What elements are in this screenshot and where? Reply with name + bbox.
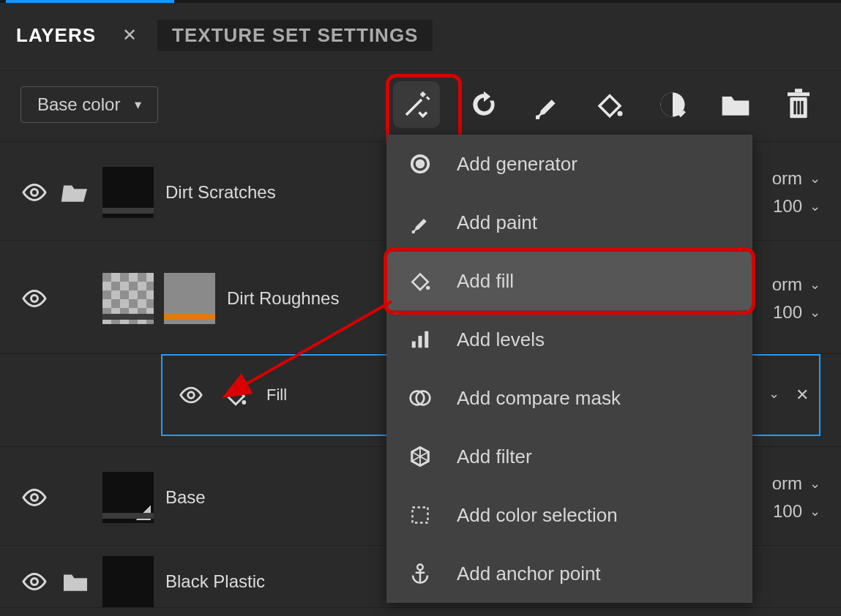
menu-add-color-selection[interactable]: Add color selection bbox=[386, 486, 752, 544]
folder-open-icon[interactable] bbox=[60, 181, 91, 204]
brush-button[interactable] bbox=[528, 86, 566, 124]
menu-add-compare-mask[interactable]: Add compare mask bbox=[386, 369, 752, 427]
wand-icon bbox=[401, 89, 432, 120]
menu-add-levels[interactable]: Add levels bbox=[386, 310, 752, 369]
layer-thumbnail[interactable] bbox=[102, 556, 154, 607]
opacity-value[interactable]: 100 bbox=[773, 196, 802, 217]
opacity-value[interactable]: 100 bbox=[773, 501, 802, 522]
svg-line-3 bbox=[427, 97, 430, 100]
layer-name[interactable]: Dirt Scratches bbox=[165, 182, 276, 203]
smart-material-button[interactable] bbox=[654, 86, 692, 124]
svg-point-14 bbox=[188, 392, 195, 399]
chevron-down-icon: ⌄ bbox=[810, 476, 821, 492]
generator-icon bbox=[405, 149, 435, 179]
svg-point-19 bbox=[416, 159, 425, 169]
selection-icon bbox=[405, 500, 435, 530]
brush-icon bbox=[532, 90, 561, 119]
svg-point-27 bbox=[417, 565, 423, 571]
svg-rect-7 bbox=[788, 92, 810, 96]
svg-point-15 bbox=[242, 400, 247, 405]
eye-icon bbox=[179, 383, 203, 407]
channel-select[interactable]: Base color ▾ bbox=[20, 86, 158, 123]
tab-texture-set-settings[interactable]: TEXTURE SET SETTINGS bbox=[157, 20, 433, 51]
folder-icon bbox=[719, 90, 752, 119]
eye-icon bbox=[21, 484, 48, 511]
chevron-down-icon: ⌄ bbox=[810, 277, 821, 293]
add-effect-menu: Add generator Add paint Add fill Add lev… bbox=[386, 135, 752, 603]
svg-rect-10 bbox=[797, 101, 799, 114]
visibility-toggle[interactable] bbox=[20, 484, 48, 511]
new-folder-button[interactable] bbox=[717, 86, 755, 124]
bucket-icon bbox=[405, 266, 435, 296]
layer-name[interactable]: Dirt Roughnes bbox=[227, 288, 339, 309]
svg-rect-23 bbox=[425, 331, 428, 348]
blend-mode[interactable]: orm bbox=[772, 473, 802, 494]
tab-close-icon[interactable]: ✕ bbox=[122, 25, 137, 45]
svg-point-20 bbox=[426, 286, 430, 290]
menu-add-paint[interactable]: Add paint bbox=[386, 193, 752, 252]
svg-rect-11 bbox=[801, 101, 803, 114]
menu-label: Add paint bbox=[457, 211, 537, 234]
menu-label: Add color selection bbox=[457, 504, 618, 527]
menu-label: Add filter bbox=[457, 446, 532, 468]
anchor-icon bbox=[405, 559, 435, 588]
eye-icon bbox=[21, 285, 48, 312]
eye-icon bbox=[21, 568, 48, 595]
panel-tabs: LAYERS ✕ TEXTURE SET SETTINGS bbox=[0, 3, 841, 71]
menu-label: Add fill bbox=[457, 270, 514, 293]
chevron-down-icon: ⌄ bbox=[810, 170, 821, 187]
smart-material-icon bbox=[657, 89, 689, 121]
blend-mode[interactable]: orm bbox=[772, 274, 802, 295]
compare-icon bbox=[405, 383, 435, 413]
svg-point-4 bbox=[618, 111, 623, 116]
filter-icon bbox=[405, 442, 435, 471]
refresh-icon bbox=[468, 89, 500, 121]
svg-rect-8 bbox=[795, 89, 802, 92]
menu-label: Add generator bbox=[457, 153, 578, 176]
menu-label: Add anchor point bbox=[457, 563, 601, 585]
blend-mode[interactable]: orm bbox=[772, 168, 802, 189]
layer-name[interactable]: Black Plastic bbox=[165, 571, 265, 592]
svg-point-12 bbox=[31, 189, 38, 196]
svg-rect-9 bbox=[793, 101, 796, 114]
delete-button[interactable] bbox=[780, 86, 818, 124]
bucket-icon bbox=[594, 89, 625, 120]
folder-icon[interactable] bbox=[60, 570, 91, 593]
toolbar: Base color ▾ bbox=[0, 71, 841, 142]
brush-icon bbox=[405, 208, 435, 237]
chevron-down-icon: ⌄ bbox=[810, 304, 821, 320]
svg-point-13 bbox=[31, 296, 38, 302]
opacity-value[interactable]: 100 bbox=[773, 302, 802, 323]
svg-rect-26 bbox=[413, 508, 428, 523]
trash-icon bbox=[784, 89, 813, 121]
chevron-down-icon[interactable]: ⌄ bbox=[769, 386, 780, 405]
visibility-toggle[interactable] bbox=[20, 285, 48, 312]
menu-add-anchor-point[interactable]: Add anchor point bbox=[386, 544, 752, 603]
tab-layers[interactable]: LAYERS bbox=[16, 24, 96, 47]
layer-name[interactable]: Base bbox=[165, 487, 206, 508]
menu-add-filter[interactable]: Add filter bbox=[386, 427, 752, 486]
svg-point-17 bbox=[31, 579, 38, 585]
menu-add-fill[interactable]: Add fill bbox=[386, 252, 752, 310]
refresh-button[interactable] bbox=[465, 86, 503, 124]
svg-rect-21 bbox=[412, 342, 416, 348]
levels-icon bbox=[405, 325, 435, 354]
visibility-toggle[interactable] bbox=[20, 568, 48, 596]
menu-label: Add compare mask bbox=[457, 387, 621, 410]
sublayer-name[interactable]: Fill bbox=[266, 386, 287, 405]
channel-label: Base color bbox=[37, 94, 120, 115]
menu-label: Add levels bbox=[457, 328, 545, 351]
visibility-toggle[interactable] bbox=[20, 179, 48, 206]
bucket-button[interactable] bbox=[591, 86, 629, 124]
svg-point-16 bbox=[31, 495, 38, 501]
add-effect-button[interactable] bbox=[397, 86, 436, 124]
visibility-toggle[interactable] bbox=[177, 381, 205, 409]
svg-rect-22 bbox=[419, 336, 422, 348]
bucket-icon bbox=[221, 380, 250, 410]
eye-icon bbox=[21, 179, 48, 206]
chevron-down-icon: ▾ bbox=[135, 97, 141, 113]
menu-add-generator[interactable]: Add generator bbox=[386, 135, 752, 193]
close-icon[interactable]: ✕ bbox=[796, 386, 809, 405]
chevron-down-icon: ⌄ bbox=[810, 198, 821, 214]
chevron-down-icon: ⌄ bbox=[810, 503, 821, 519]
